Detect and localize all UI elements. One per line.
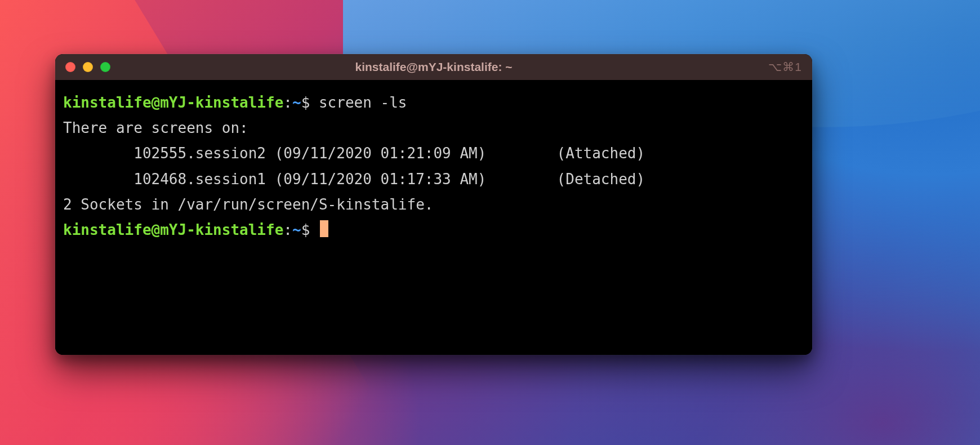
prompt-path: ~	[292, 94, 301, 111]
window-title: kinstalife@mYJ-kinstalife: ~	[55, 60, 812, 74]
close-icon[interactable]	[65, 62, 75, 72]
output-header: There are screens on:	[63, 115, 804, 141]
terminal-body[interactable]: kinstalife@mYJ-kinstalife:~$ screen -lsT…	[55, 80, 812, 355]
prompt-separator: :	[283, 221, 292, 238]
terminal-window: kinstalife@mYJ-kinstalife: ~ ⌥⌘1 kinstal…	[55, 54, 812, 355]
output-sockets: 2 Sockets in /var/run/screen/S-kinstalif…	[63, 192, 804, 217]
prompt-symbol: $	[301, 94, 310, 111]
traffic-lights	[65, 62, 110, 72]
terminal-line-1: kinstalife@mYJ-kinstalife:~$ screen -ls	[63, 90, 804, 115]
prompt-space	[310, 221, 319, 238]
command-text	[310, 94, 319, 111]
prompt-symbol: $	[301, 221, 310, 238]
output-session-row: 102555.session2 (09/11/2020 01:21:09 AM)…	[63, 141, 804, 166]
minimize-icon[interactable]	[83, 62, 93, 72]
tab-shortcut-hint: ⌥⌘1	[768, 60, 802, 74]
prompt-path: ~	[292, 221, 301, 238]
prompt-user-host: kinstalife@mYJ-kinstalife	[63, 94, 283, 111]
command-text: screen -ls	[319, 94, 407, 111]
titlebar[interactable]: kinstalife@mYJ-kinstalife: ~ ⌥⌘1	[55, 54, 812, 80]
terminal-line-prompt: kinstalife@mYJ-kinstalife:~$	[63, 217, 804, 243]
prompt-separator: :	[283, 94, 292, 111]
maximize-icon[interactable]	[100, 62, 110, 72]
prompt-user-host: kinstalife@mYJ-kinstalife	[63, 221, 283, 238]
output-session-row: 102468.session1 (09/11/2020 01:17:33 AM)…	[63, 167, 804, 192]
cursor-icon	[320, 220, 328, 237]
